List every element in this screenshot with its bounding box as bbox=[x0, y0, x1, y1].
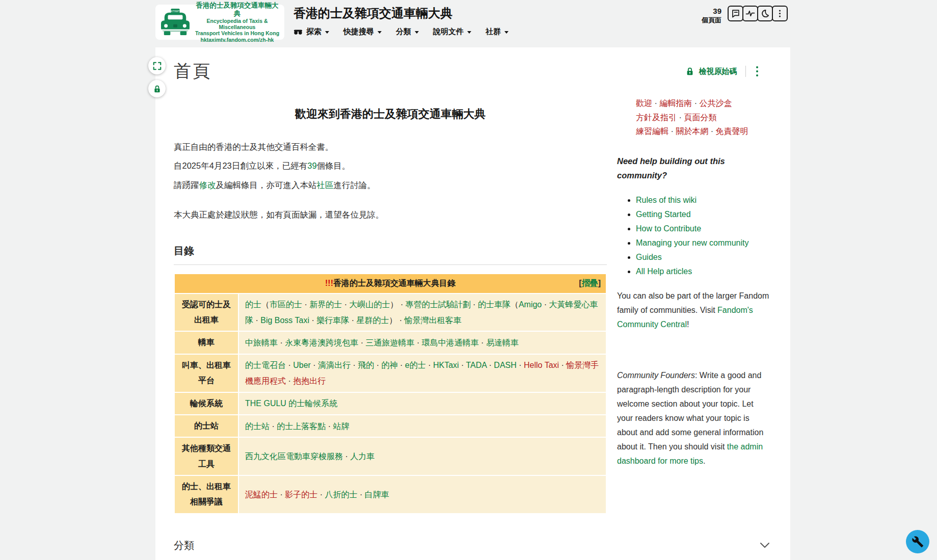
wiki-link[interactable]: Uber bbox=[293, 361, 311, 369]
wiki-link[interactable]: 三通旅遊轎車 bbox=[365, 338, 414, 347]
wiki-link[interactable]: 白牌車 bbox=[365, 490, 389, 499]
view-source-button[interactable]: 檢視原始碼 bbox=[685, 67, 737, 76]
wiki-link[interactable]: 的士電召台 bbox=[245, 361, 286, 369]
wiki-link[interactable]: Amigo bbox=[519, 300, 542, 309]
help-link[interactable]: Guides bbox=[636, 253, 662, 261]
wiki-link[interactable]: 編輯指南 bbox=[659, 99, 692, 108]
text-segment: ] bbox=[598, 279, 601, 287]
categories-row: 分類 bbox=[174, 539, 771, 560]
chevron-down-icon bbox=[504, 31, 508, 34]
wiki-link[interactable]: 八折的士 bbox=[325, 490, 357, 499]
wiki-link[interactable]: 公共沙盒 bbox=[699, 99, 732, 108]
page-more-options-button[interactable] bbox=[754, 64, 761, 79]
wiki-link[interactable]: 39 bbox=[307, 161, 316, 170]
wiki-link[interactable]: TADA bbox=[466, 361, 487, 369]
wiki-link[interactable]: 抱抱出行 bbox=[293, 377, 326, 385]
wiki-link[interactable]: 的神 bbox=[382, 361, 398, 369]
help-link[interactable]: Managing your new community bbox=[636, 238, 748, 247]
page-count-unit: 個頁面 bbox=[702, 16, 721, 25]
wiki-link[interactable]: 易達轎車 bbox=[486, 338, 519, 347]
community-founders-paragraph: Community Founders: Write a good and par… bbox=[617, 368, 771, 468]
expand-page-button[interactable] bbox=[148, 57, 166, 74]
text-segment: · bbox=[471, 300, 478, 309]
wiki-link[interactable]: 關於本網 bbox=[676, 127, 708, 136]
wiki-link[interactable]: 專營的士試驗計劃 bbox=[406, 300, 471, 309]
sidebar-wiki-links: 歡迎 · 編輯指南 · 公共沙盒 方針及指引 · 頁面分類 練習編輯 · 關於本… bbox=[617, 96, 771, 139]
wiki-link[interactable]: DASH bbox=[494, 361, 516, 369]
categories-expand-button[interactable] bbox=[758, 540, 771, 550]
wiki-link[interactable]: 方針及指引 bbox=[636, 113, 677, 122]
wiki-link[interactable]: Hello Taxi bbox=[524, 361, 559, 369]
more-options-button[interactable] bbox=[772, 6, 788, 21]
wiki-link[interactable]: 站牌 bbox=[333, 422, 349, 431]
text-segment: · bbox=[278, 338, 285, 347]
top-header: HKTXMTV 香港的士及雜項交通車輛大典 Encyclopedia of Ta… bbox=[0, 0, 937, 47]
wiki-link[interactable]: 修改 bbox=[199, 180, 216, 190]
activity-button[interactable] bbox=[742, 6, 758, 21]
wiki-link[interactable]: 的士 bbox=[245, 300, 261, 309]
toc-row-content: THE GULU 的士輪候系統 bbox=[239, 393, 606, 414]
wiki-link[interactable]: 新界的士 bbox=[309, 300, 342, 309]
toc-collapse-link[interactable]: [摺疊] bbox=[579, 278, 601, 289]
wiki-link[interactable]: 摺疊 bbox=[582, 279, 598, 287]
help-link[interactable]: Rules of this wiki bbox=[636, 196, 697, 204]
text-segment: · bbox=[708, 127, 715, 136]
wiki-link[interactable]: 樂行車隊 bbox=[316, 316, 349, 325]
wiki-link[interactable]: 飛的 bbox=[358, 361, 374, 369]
nav-label: 說明文件 bbox=[433, 27, 464, 37]
site-logo[interactable]: HKTXMTV 香港的士及雜項交通車輛大典 Encyclopedia of Ta… bbox=[155, 5, 284, 40]
dark-mode-button[interactable] bbox=[757, 6, 773, 21]
wiki-link[interactable]: 免責聲明 bbox=[715, 127, 748, 136]
wiki-link[interactable]: 市區的士 bbox=[270, 300, 302, 309]
explore-goggles-icon bbox=[293, 29, 303, 35]
wiki-link[interactable]: 歡迎 bbox=[636, 99, 652, 108]
toc-row-content: 的士電召台 · Uber · 滴滴出行 · 飛的 · 的神 · e的士 · HK… bbox=[239, 355, 606, 392]
wiki-link[interactable]: Big Boss Taxi bbox=[260, 316, 309, 325]
lock-icon bbox=[685, 67, 694, 76]
wiki-link[interactable]: 頁面分類 bbox=[684, 113, 716, 122]
discussions-button[interactable] bbox=[728, 6, 743, 21]
wiki-link[interactable]: 永東粵港澳跨境包車 bbox=[285, 338, 358, 347]
wrench-icon bbox=[912, 536, 924, 548]
wiki-link[interactable]: HKTaxi bbox=[433, 361, 459, 369]
wiki-tools-button[interactable] bbox=[906, 530, 929, 553]
nav-item-community[interactable]: 社群 bbox=[486, 27, 508, 37]
wiki-link[interactable]: e的士 bbox=[405, 361, 426, 369]
article-count-paragraph: 自2025年4月23日創立以來，已經有39個條目。 bbox=[174, 159, 607, 172]
wiki-link[interactable]: 影子的士 bbox=[285, 490, 317, 499]
nav-label: 探索 bbox=[306, 27, 322, 37]
protected-page-button[interactable] bbox=[148, 80, 166, 97]
help-link[interactable]: Getting Started bbox=[636, 210, 691, 219]
text-segment: · bbox=[559, 361, 566, 369]
wiki-link[interactable]: 練習編輯 bbox=[636, 127, 668, 136]
text-segment: · bbox=[414, 338, 421, 347]
help-link[interactable]: How to Contribute bbox=[636, 224, 701, 233]
toc-row-label: 其他種類交通工具 bbox=[175, 438, 238, 475]
toc-row: 受認可的士及出租車 的士（市區的士 · 新界的士 · 大嶼山的士） · 專營的士… bbox=[175, 294, 606, 331]
nav-item-help-docs[interactable]: 說明文件 bbox=[433, 27, 471, 37]
nav-item-explore[interactable]: 探索 bbox=[293, 27, 329, 37]
wiki-link[interactable]: 泥鯭的士 bbox=[245, 490, 278, 499]
wiki-link[interactable]: 愉景灣出租客車 bbox=[405, 316, 462, 325]
text-segment: 進行討論。 bbox=[334, 180, 376, 190]
toc-heading: 目錄 bbox=[174, 244, 607, 265]
wiki-link[interactable]: 星群的士 bbox=[356, 316, 389, 325]
wiki-link[interactable]: THE GULU 的士輪候系統 bbox=[245, 399, 337, 408]
header-icon-group bbox=[728, 6, 788, 21]
help-link[interactable]: All Help articles bbox=[636, 267, 692, 276]
wiki-link[interactable]: 環島中港通轎車 bbox=[422, 338, 479, 347]
wiki-link[interactable]: 的士車隊 bbox=[478, 300, 511, 309]
text-segment: · bbox=[668, 127, 676, 136]
wiki-link[interactable]: 社區 bbox=[317, 180, 334, 190]
wiki-link[interactable]: 大嶼山的士 bbox=[349, 300, 390, 309]
wiki-link[interactable]: 滴滴出行 bbox=[318, 361, 351, 369]
wiki-link[interactable]: 的士站 bbox=[245, 422, 270, 431]
toc-title-bang: !!! bbox=[325, 279, 333, 287]
wiki-link[interactable]: 的士上落客點 bbox=[277, 422, 326, 431]
nav-item-quick-search[interactable]: 快捷搜尋 bbox=[343, 27, 382, 37]
wiki-link[interactable]: 人力車 bbox=[350, 452, 374, 461]
nav-item-categories[interactable]: 分類 bbox=[396, 27, 419, 37]
moon-icon bbox=[760, 9, 770, 18]
wiki-link[interactable]: 中旅轎車 bbox=[245, 338, 278, 347]
wiki-link[interactable]: 西九文化區電動車穿梭服務 bbox=[245, 452, 343, 461]
